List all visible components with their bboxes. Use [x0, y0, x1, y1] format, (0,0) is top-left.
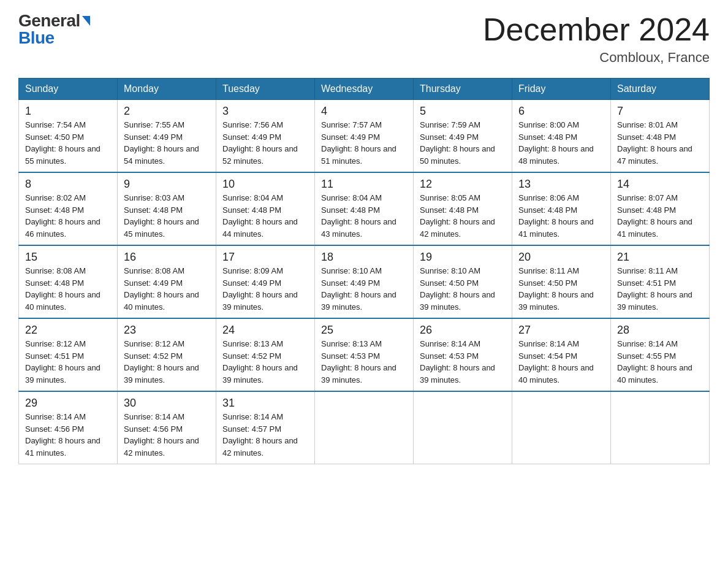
- day-info: Sunrise: 8:11 AMSunset: 4:50 PMDaylight:…: [518, 266, 594, 312]
- day-info: Sunrise: 8:05 AMSunset: 4:48 PMDaylight:…: [420, 193, 495, 239]
- day-number: 13: [518, 178, 604, 191]
- calendar-cell: [315, 391, 414, 464]
- day-number: 15: [25, 251, 111, 264]
- day-number: 4: [321, 105, 407, 118]
- day-info: Sunrise: 8:12 AMSunset: 4:51 PMDaylight:…: [25, 339, 100, 385]
- day-info: Sunrise: 8:14 AMSunset: 4:53 PMDaylight:…: [420, 339, 495, 385]
- calendar-cell: 5 Sunrise: 7:59 AMSunset: 4:49 PMDayligh…: [414, 100, 512, 173]
- calendar-cell: 3 Sunrise: 7:56 AMSunset: 4:49 PMDayligh…: [216, 100, 315, 173]
- day-number: 1: [25, 105, 111, 118]
- calendar-cell: 15 Sunrise: 8:08 AMSunset: 4:48 PMDaylig…: [19, 245, 118, 318]
- day-info: Sunrise: 8:06 AMSunset: 4:48 PMDaylight:…: [518, 193, 594, 239]
- logo-general-text: General: [18, 12, 80, 29]
- day-number: 11: [321, 178, 407, 191]
- calendar-cell: 7 Sunrise: 8:01 AMSunset: 4:48 PMDayligh…: [611, 100, 710, 173]
- day-info: Sunrise: 8:14 AMSunset: 4:54 PMDaylight:…: [518, 339, 594, 385]
- calendar-cell: 25 Sunrise: 8:13 AMSunset: 4:53 PMDaylig…: [315, 318, 414, 391]
- day-info: Sunrise: 8:08 AMSunset: 4:48 PMDaylight:…: [25, 266, 100, 312]
- day-info: Sunrise: 8:04 AMSunset: 4:48 PMDaylight:…: [321, 193, 396, 239]
- calendar-cell: [611, 391, 710, 464]
- calendar-cell: 26 Sunrise: 8:14 AMSunset: 4:53 PMDaylig…: [414, 318, 512, 391]
- calendar-week-row: 22 Sunrise: 8:12 AMSunset: 4:51 PMDaylig…: [19, 318, 710, 391]
- day-number: 6: [518, 105, 604, 118]
- calendar-week-row: 8 Sunrise: 8:02 AMSunset: 4:48 PMDayligh…: [19, 172, 710, 245]
- calendar-cell: [512, 391, 611, 464]
- day-info: Sunrise: 8:02 AMSunset: 4:48 PMDaylight:…: [25, 193, 100, 239]
- calendar-cell: 18 Sunrise: 8:10 AMSunset: 4:49 PMDaylig…: [315, 245, 414, 318]
- day-number: 3: [222, 105, 308, 118]
- day-number: 12: [420, 178, 506, 191]
- day-number: 29: [25, 397, 111, 410]
- day-number: 17: [222, 251, 308, 264]
- day-info: Sunrise: 8:07 AMSunset: 4:48 PMDaylight:…: [617, 193, 692, 239]
- day-number: 16: [124, 251, 210, 264]
- day-number: 18: [321, 251, 407, 264]
- calendar-cell: 9 Sunrise: 8:03 AMSunset: 4:48 PMDayligh…: [118, 172, 216, 245]
- logo: General Blue: [18, 12, 90, 47]
- day-info: Sunrise: 8:11 AMSunset: 4:51 PMDaylight:…: [617, 266, 692, 312]
- day-info: Sunrise: 7:57 AMSunset: 4:49 PMDaylight:…: [321, 120, 396, 166]
- calendar-week-row: 1 Sunrise: 7:54 AMSunset: 4:50 PMDayligh…: [19, 100, 710, 173]
- day-number: 26: [420, 324, 506, 337]
- calendar-table: Sunday Monday Tuesday Wednesday Thursday…: [18, 78, 710, 464]
- day-info: Sunrise: 8:08 AMSunset: 4:49 PMDaylight:…: [124, 266, 199, 312]
- day-number: 25: [321, 324, 407, 337]
- calendar-cell: 11 Sunrise: 8:04 AMSunset: 4:48 PMDaylig…: [315, 172, 414, 245]
- day-number: 27: [518, 324, 604, 337]
- day-info: Sunrise: 8:14 AMSunset: 4:56 PMDaylight:…: [25, 412, 100, 458]
- day-info: Sunrise: 8:03 AMSunset: 4:48 PMDaylight:…: [124, 193, 199, 239]
- calendar-cell: 30 Sunrise: 8:14 AMSunset: 4:56 PMDaylig…: [118, 391, 216, 464]
- day-number: 5: [420, 105, 506, 118]
- calendar-cell: 13 Sunrise: 8:06 AMSunset: 4:48 PMDaylig…: [512, 172, 611, 245]
- logo-blue-text: Blue: [18, 28, 55, 47]
- calendar-cell: 23 Sunrise: 8:12 AMSunset: 4:52 PMDaylig…: [118, 318, 216, 391]
- day-info: Sunrise: 8:10 AMSunset: 4:49 PMDaylight:…: [321, 266, 396, 312]
- col-sunday: Sunday: [19, 79, 118, 100]
- day-info: Sunrise: 8:14 AMSunset: 4:56 PMDaylight:…: [124, 412, 199, 458]
- day-info: Sunrise: 8:04 AMSunset: 4:48 PMDaylight:…: [222, 193, 298, 239]
- page-header: General Blue December 2024 Combloux, Fra…: [18, 12, 710, 66]
- day-number: 21: [617, 251, 703, 264]
- day-info: Sunrise: 8:12 AMSunset: 4:52 PMDaylight:…: [124, 339, 199, 385]
- col-saturday: Saturday: [611, 79, 710, 100]
- day-number: 19: [420, 251, 506, 264]
- calendar-cell: 24 Sunrise: 8:13 AMSunset: 4:52 PMDaylig…: [216, 318, 315, 391]
- calendar-cell: 8 Sunrise: 8:02 AMSunset: 4:48 PMDayligh…: [19, 172, 118, 245]
- calendar-cell: 29 Sunrise: 8:14 AMSunset: 4:56 PMDaylig…: [19, 391, 118, 464]
- col-tuesday: Tuesday: [216, 79, 315, 100]
- calendar-cell: 21 Sunrise: 8:11 AMSunset: 4:51 PMDaylig…: [611, 245, 710, 318]
- calendar-week-row: 29 Sunrise: 8:14 AMSunset: 4:56 PMDaylig…: [19, 391, 710, 464]
- col-friday: Friday: [512, 79, 611, 100]
- day-number: 7: [617, 105, 703, 118]
- day-info: Sunrise: 8:13 AMSunset: 4:53 PMDaylight:…: [321, 339, 396, 385]
- day-number: 20: [518, 251, 604, 264]
- day-number: 8: [25, 178, 111, 191]
- day-info: Sunrise: 7:55 AMSunset: 4:49 PMDaylight:…: [124, 120, 199, 166]
- calendar-cell: 2 Sunrise: 7:55 AMSunset: 4:49 PMDayligh…: [118, 100, 216, 173]
- col-monday: Monday: [118, 79, 216, 100]
- calendar-cell: 12 Sunrise: 8:05 AMSunset: 4:48 PMDaylig…: [414, 172, 512, 245]
- day-number: 31: [222, 397, 308, 410]
- day-info: Sunrise: 7:54 AMSunset: 4:50 PMDaylight:…: [25, 120, 100, 166]
- calendar-cell: 28 Sunrise: 8:14 AMSunset: 4:55 PMDaylig…: [611, 318, 710, 391]
- location: Combloux, France: [483, 50, 710, 66]
- title-block: December 2024 Combloux, France: [483, 12, 710, 66]
- calendar-cell: 6 Sunrise: 8:00 AMSunset: 4:48 PMDayligh…: [512, 100, 611, 173]
- day-number: 22: [25, 324, 111, 337]
- day-info: Sunrise: 8:01 AMSunset: 4:48 PMDaylight:…: [617, 120, 692, 166]
- calendar-cell: [414, 391, 512, 464]
- col-wednesday: Wednesday: [315, 79, 414, 100]
- calendar-cell: 4 Sunrise: 7:57 AMSunset: 4:49 PMDayligh…: [315, 100, 414, 173]
- day-number: 9: [124, 178, 210, 191]
- calendar-cell: 31 Sunrise: 8:14 AMSunset: 4:57 PMDaylig…: [216, 391, 315, 464]
- day-info: Sunrise: 8:14 AMSunset: 4:55 PMDaylight:…: [617, 339, 692, 385]
- day-info: Sunrise: 8:13 AMSunset: 4:52 PMDaylight:…: [222, 339, 298, 385]
- day-number: 2: [124, 105, 210, 118]
- month-title: December 2024: [483, 12, 710, 47]
- day-info: Sunrise: 7:56 AMSunset: 4:49 PMDaylight:…: [222, 120, 298, 166]
- calendar-cell: 16 Sunrise: 8:08 AMSunset: 4:49 PMDaylig…: [118, 245, 216, 318]
- calendar-cell: 17 Sunrise: 8:09 AMSunset: 4:49 PMDaylig…: [216, 245, 315, 318]
- calendar-cell: 22 Sunrise: 8:12 AMSunset: 4:51 PMDaylig…: [19, 318, 118, 391]
- day-number: 14: [617, 178, 703, 191]
- calendar-cell: 1 Sunrise: 7:54 AMSunset: 4:50 PMDayligh…: [19, 100, 118, 173]
